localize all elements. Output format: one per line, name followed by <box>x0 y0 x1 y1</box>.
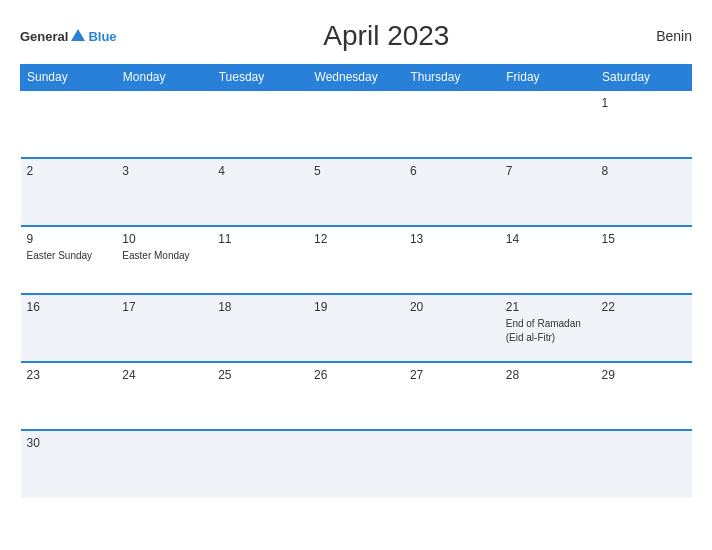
day-number: 29 <box>602 368 686 382</box>
calendar-cell <box>308 430 404 498</box>
calendar-cell: 29 <box>596 362 692 430</box>
day-number: 25 <box>218 368 302 382</box>
calendar-cell: 13 <box>404 226 500 294</box>
event-label: Easter Monday <box>122 250 189 261</box>
calendar-cell: 5 <box>308 158 404 226</box>
calendar-cell <box>116 90 212 158</box>
day-number: 9 <box>27 232 111 246</box>
calendar-cell <box>404 90 500 158</box>
calendar-cell <box>500 430 596 498</box>
weekday-header-saturday: Saturday <box>596 65 692 91</box>
calendar-cell <box>212 90 308 158</box>
calendar-cell <box>21 90 117 158</box>
weekday-header-row: SundayMondayTuesdayWednesdayThursdayFrid… <box>21 65 692 91</box>
calendar-cell <box>212 430 308 498</box>
calendar-cell: 11 <box>212 226 308 294</box>
day-number: 16 <box>27 300 111 314</box>
calendar-cell: 16 <box>21 294 117 362</box>
weekday-header-sunday: Sunday <box>21 65 117 91</box>
weekday-header-thursday: Thursday <box>404 65 500 91</box>
page-title: April 2023 <box>117 20 657 52</box>
calendar-table: SundayMondayTuesdayWednesdayThursdayFrid… <box>20 64 692 498</box>
calendar-cell: 21End of Ramadan (Eid al-Fitr) <box>500 294 596 362</box>
calendar-cell <box>500 90 596 158</box>
calendar-cell: 4 <box>212 158 308 226</box>
calendar-cell <box>308 90 404 158</box>
day-number: 18 <box>218 300 302 314</box>
calendar-row-5: 30 <box>21 430 692 498</box>
day-number: 30 <box>27 436 111 450</box>
calendar-cell: 26 <box>308 362 404 430</box>
weekday-header-tuesday: Tuesday <box>212 65 308 91</box>
calendar-cell <box>116 430 212 498</box>
calendar-cell: 22 <box>596 294 692 362</box>
day-number: 7 <box>506 164 590 178</box>
day-number: 19 <box>314 300 398 314</box>
calendar-row-2: 9Easter Sunday10Easter Monday1112131415 <box>21 226 692 294</box>
day-number: 15 <box>602 232 686 246</box>
day-number: 17 <box>122 300 206 314</box>
calendar-cell: 24 <box>116 362 212 430</box>
calendar-cell: 6 <box>404 158 500 226</box>
day-number: 23 <box>27 368 111 382</box>
calendar-cell: 27 <box>404 362 500 430</box>
day-number: 14 <box>506 232 590 246</box>
day-number: 28 <box>506 368 590 382</box>
calendar-row-3: 161718192021End of Ramadan (Eid al-Fitr)… <box>21 294 692 362</box>
weekday-header-wednesday: Wednesday <box>308 65 404 91</box>
day-number: 27 <box>410 368 494 382</box>
calendar-cell: 19 <box>308 294 404 362</box>
calendar-cell: 23 <box>21 362 117 430</box>
day-number: 5 <box>314 164 398 178</box>
day-number: 26 <box>314 368 398 382</box>
event-label: Easter Sunday <box>27 250 93 261</box>
country-label: Benin <box>656 28 692 44</box>
calendar-cell: 1 <box>596 90 692 158</box>
logo-blue-text: Blue <box>88 29 116 44</box>
day-number: 3 <box>122 164 206 178</box>
day-number: 2 <box>27 164 111 178</box>
day-number: 21 <box>506 300 590 314</box>
calendar-cell: 25 <box>212 362 308 430</box>
calendar-cell: 7 <box>500 158 596 226</box>
calendar-cell: 15 <box>596 226 692 294</box>
calendar-cell: 17 <box>116 294 212 362</box>
weekday-header-monday: Monday <box>116 65 212 91</box>
calendar-page: General Blue April 2023 Benin SundayMond… <box>0 0 712 550</box>
logo-general-text: General <box>20 29 68 44</box>
calendar-cell <box>404 430 500 498</box>
calendar-cell: 12 <box>308 226 404 294</box>
day-number: 11 <box>218 232 302 246</box>
day-number: 12 <box>314 232 398 246</box>
day-number: 13 <box>410 232 494 246</box>
day-number: 6 <box>410 164 494 178</box>
calendar-cell: 28 <box>500 362 596 430</box>
day-number: 8 <box>602 164 686 178</box>
calendar-cell: 10Easter Monday <box>116 226 212 294</box>
day-number: 1 <box>602 96 686 110</box>
calendar-cell: 2 <box>21 158 117 226</box>
header: General Blue April 2023 Benin <box>20 20 692 52</box>
svg-marker-0 <box>71 29 85 41</box>
day-number: 20 <box>410 300 494 314</box>
calendar-row-1: 2345678 <box>21 158 692 226</box>
calendar-cell: 3 <box>116 158 212 226</box>
calendar-cell: 20 <box>404 294 500 362</box>
day-number: 4 <box>218 164 302 178</box>
calendar-cell <box>596 430 692 498</box>
day-number: 24 <box>122 368 206 382</box>
calendar-row-4: 23242526272829 <box>21 362 692 430</box>
calendar-row-0: 1 <box>21 90 692 158</box>
calendar-cell: 14 <box>500 226 596 294</box>
logo: General Blue <box>20 27 117 45</box>
logo-icon <box>69 27 87 45</box>
day-number: 22 <box>602 300 686 314</box>
calendar-cell: 9Easter Sunday <box>21 226 117 294</box>
calendar-cell: 8 <box>596 158 692 226</box>
calendar-cell: 30 <box>21 430 117 498</box>
calendar-cell: 18 <box>212 294 308 362</box>
day-number: 10 <box>122 232 206 246</box>
weekday-header-friday: Friday <box>500 65 596 91</box>
event-label: End of Ramadan (Eid al-Fitr) <box>506 318 581 343</box>
